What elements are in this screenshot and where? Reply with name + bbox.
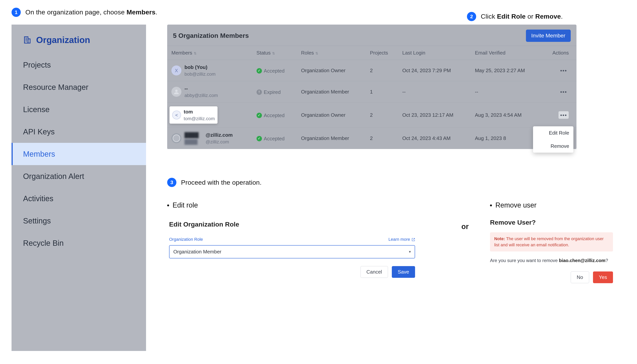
status-chip: !Expired (256, 89, 281, 96)
remove-user-dialog: Remove User? Note: The user will be remo… (490, 218, 613, 283)
step2-b1: Edit Role (497, 13, 526, 20)
cancel-button[interactable]: Cancel (361, 266, 388, 278)
sidebar-item-members[interactable]: Members (12, 143, 146, 165)
sidebar-item-projects[interactable]: Projects (12, 54, 146, 76)
menu-edit-role[interactable]: Edit Role (533, 126, 573, 140)
status-chip: ✓Accepted (256, 68, 284, 74)
avatar: X (171, 66, 181, 76)
org-title: Organization (36, 34, 90, 46)
row-actions-button[interactable]: ••• (558, 111, 569, 119)
field-label-org-role: Organization Role (169, 236, 203, 242)
col-actions: Actions (542, 46, 576, 60)
last-login-cell: Oct 24, 2023 7:29 PM (398, 60, 471, 81)
org-role-select[interactable]: Organization Member ▾ (169, 245, 415, 258)
members-table: Members⇅ Status⇅ Roles⇅ Projects Last Lo… (167, 46, 576, 149)
check-icon: ✓ (256, 68, 262, 74)
button-label: Yes (599, 274, 607, 280)
menu-item-label: Edit Role (549, 130, 569, 136)
verified-cell: May 25, 2023 2:27 AM (471, 60, 542, 81)
bullet-icon (490, 204, 492, 206)
sidebar-item-label: API Keys (23, 128, 55, 136)
bullet-icon (167, 204, 169, 206)
invite-member-button[interactable]: Invite Member (526, 30, 571, 42)
sidebar-item-organization-alert[interactable]: Organization Alert (12, 165, 146, 188)
status-text: Accepted (264, 112, 284, 119)
button-label: Save (398, 269, 409, 275)
external-link-icon (412, 238, 415, 241)
role-cell: Organization Member (297, 81, 366, 102)
sidebar-item-settings[interactable]: Settings (12, 210, 146, 232)
sidebar-item-api-keys[interactable]: API Keys (12, 120, 146, 143)
learn-more-label: Learn more (388, 236, 410, 242)
member-cell: ████@zilliz.com ████@zilliz.com (171, 132, 248, 145)
members-count-title: 5 Organization Members (173, 31, 249, 40)
avatar-initial: X (175, 68, 178, 74)
step2-prefix: Click (481, 13, 497, 20)
sidebar-item-recycle-bin[interactable]: Recycle Bin (12, 232, 146, 254)
col-members[interactable]: Members⇅ (167, 46, 252, 60)
status-chip: ✓Accepted (256, 135, 284, 142)
col-label: Last Login (402, 50, 425, 56)
col-last-login: Last Login (398, 46, 471, 60)
col-label: Roles (301, 50, 314, 56)
menu-item-label: Remove (550, 143, 569, 149)
member-name-suffix: @zilliz.com (206, 132, 233, 138)
sidebar-item-label: Members (23, 150, 55, 158)
sidebar-item-activities[interactable]: Activities (12, 188, 146, 210)
no-button[interactable]: No (571, 272, 589, 283)
projects-cell: 1 (366, 81, 398, 102)
yes-button[interactable]: Yes (593, 272, 613, 283)
table-row: -- abby@zilliz.com !Expired Organization… (167, 81, 576, 102)
org-sidebar: Organization Projects Resource Manager L… (12, 24, 146, 351)
member-email: bob@zilliz.com (184, 71, 216, 77)
last-login-cell: Oct 23, 2023 12:17 AM (398, 102, 471, 128)
role-cell: Organization Owner (297, 60, 366, 81)
col-label: Status (256, 50, 271, 56)
step1-bold: Members (126, 8, 155, 16)
org-header: Organization (12, 34, 146, 54)
sidebar-item-license[interactable]: License (12, 98, 146, 120)
role-cell: Organization Owner (297, 102, 366, 128)
step-1-badge: 1 (12, 8, 21, 17)
save-button[interactable]: Save (392, 266, 415, 278)
remove-dialog-title: Remove User? (490, 218, 613, 227)
sidebar-item-label: Activities (23, 194, 54, 203)
last-login-cell: Oct 24, 2023 4:43 AM (398, 128, 471, 149)
step-2-badge: 2 (467, 12, 476, 21)
member-name: -- (184, 85, 218, 92)
row-actions-button[interactable]: ••• (558, 88, 569, 96)
button-label: No (577, 274, 583, 280)
col-roles[interactable]: Roles⇅ (297, 46, 366, 60)
sidebar-item-label: License (23, 105, 50, 114)
avatar (171, 133, 181, 143)
members-panel: 5 Organization Members Invite Member Mem… (167, 24, 576, 149)
check-icon: ✓ (256, 113, 262, 118)
status-chip: ✓Accepted (256, 112, 284, 119)
caret-down-icon: ▾ (409, 249, 411, 254)
member-email: ████@zilliz.com (184, 138, 233, 145)
bullet-label: Remove user (495, 200, 536, 210)
sidebar-item-label: Organization Alert (23, 172, 84, 180)
status-text: Accepted (264, 135, 284, 142)
sidebar-item-label: Recycle Bin (23, 239, 64, 247)
sort-icon: ⇅ (272, 52, 275, 55)
avatar (171, 87, 181, 97)
check-icon: ✓ (256, 136, 262, 141)
chevron-left-icon: < (172, 110, 181, 120)
verified-cell: Aug 3, 2023 4:54 AM (471, 102, 542, 128)
col-label: Email Verified (475, 50, 505, 56)
note-label: Note: (494, 236, 505, 241)
building-icon (23, 36, 32, 44)
col-status[interactable]: Status⇅ (252, 46, 297, 60)
member-cell: -- abby@zilliz.com (171, 85, 248, 98)
or-separator: or (457, 200, 473, 232)
button-label: Cancel (367, 269, 382, 275)
menu-remove[interactable]: Remove (533, 140, 573, 153)
sort-icon: ⇅ (315, 52, 318, 55)
row-actions-menu: Edit Role Remove (533, 126, 573, 153)
status-text: Accepted (264, 68, 284, 74)
member-email-suffix: @zilliz.com (206, 139, 229, 144)
row-actions-button[interactable]: ••• (558, 66, 569, 74)
sidebar-item-resource-manager[interactable]: Resource Manager (12, 76, 146, 98)
learn-more-link[interactable]: Learn more (388, 236, 415, 242)
